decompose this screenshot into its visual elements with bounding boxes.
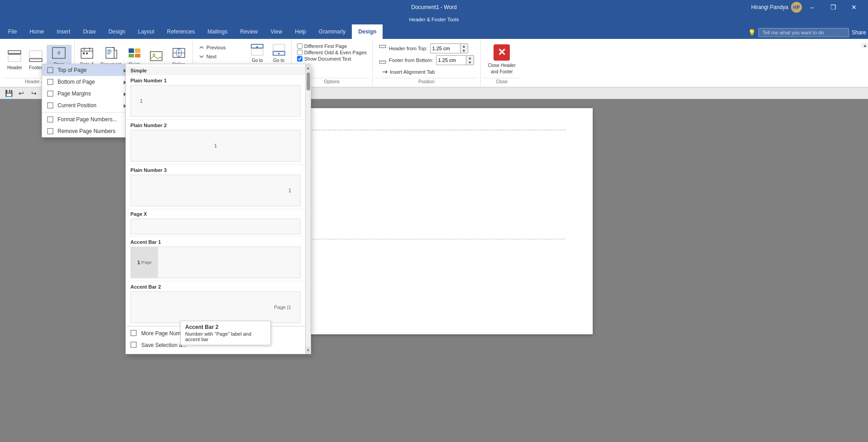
online-pictures-icon	[172, 47, 186, 61]
scroll-up-arrow[interactable]: ▲	[306, 64, 311, 71]
scroll-thumb[interactable]	[307, 72, 310, 90]
show-document-text-checkbox[interactable]	[297, 56, 302, 62]
menu-item-current-position[interactable]: Current Position ▶	[42, 100, 132, 111]
tab-view[interactable]: View	[264, 24, 289, 39]
svg-rect-11	[83, 52, 85, 54]
menu-item-page-margins[interactable]: Page Margins ▶	[42, 88, 132, 100]
tab-draw[interactable]: Draw	[77, 24, 102, 39]
tab-design-active[interactable]: Design	[352, 24, 383, 39]
header-position-icon	[379, 45, 386, 52]
submenu-scrollbar[interactable]: ▲ ▼	[305, 64, 311, 354]
search-input[interactable]	[758, 28, 849, 37]
tab-references[interactable]: References	[161, 24, 201, 39]
tab-file[interactable]: File	[2, 24, 23, 39]
svg-rect-43	[48, 128, 53, 134]
page-number-icon: #	[52, 47, 66, 61]
footer-bottom-arrows: ▲ ▼	[466, 56, 474, 65]
ribbon-group-close: ✕ Close Headerand Footer Close	[481, 40, 523, 86]
restore-button[interactable]: ❐	[823, 0, 844, 14]
plain-number-2-preview: 1	[130, 130, 301, 162]
header-top-up-arrow[interactable]: ▲	[460, 44, 468, 48]
tab-layout[interactable]: Layout	[132, 24, 161, 39]
header-footer-tools-bar: Header & Footer Tools	[0, 14, 868, 24]
previous-button[interactable]: Previous	[196, 43, 245, 52]
svg-rect-21	[150, 52, 162, 61]
plain-number-1-preview: 1	[130, 85, 301, 117]
menu-item-remove-page-numbers[interactable]: Remove Page Numbers	[42, 125, 132, 137]
svg-rect-45	[131, 342, 136, 347]
different-first-page-checkbox[interactable]	[297, 43, 302, 49]
page-content	[303, 139, 566, 230]
svg-rect-33	[379, 45, 386, 48]
quick-parts-icon	[128, 47, 141, 61]
template-plain-number-3[interactable]: Plain Number 3 1	[126, 165, 305, 209]
menu-item-top-of-page[interactable]: Top of Page ▶	[42, 64, 132, 76]
share-button[interactable]: Share	[852, 29, 866, 36]
footer-from-bottom-row: Footer from Bottom: ▲ ▼	[379, 55, 474, 65]
ribbon-collapse-arrow[interactable]: ▲	[862, 43, 868, 48]
next-button[interactable]: Next	[196, 52, 245, 61]
header-icon	[7, 50, 22, 64]
template-plain-number-2[interactable]: Plain Number 2 1	[126, 120, 305, 165]
options-checkboxes: Different First Page Different Odd & Eve…	[294, 42, 369, 63]
ribbon-group-label-close: Close	[484, 78, 520, 84]
svg-text:#: #	[58, 50, 61, 56]
footer-position-icon	[379, 57, 386, 64]
template-accent-bar-1[interactable]: Accent Bar 1 1 |Page	[126, 237, 305, 281]
avatar: HP	[791, 2, 802, 13]
document-info-icon	[104, 47, 118, 61]
header-button[interactable]: Header	[5, 48, 25, 72]
insert-alignment-tab-button[interactable]: Insert Alignment Tab	[379, 68, 474, 76]
tab-grammarly[interactable]: Grammarly	[312, 24, 352, 39]
menu-item-format-page-numbers[interactable]: Format Page Numbers...	[42, 114, 132, 125]
template-page-x[interactable]: Page X	[126, 209, 305, 237]
close-header-footer-button[interactable]: ✕ Close Headerand Footer	[484, 43, 520, 77]
footer-bottom-down-arrow[interactable]: ▼	[466, 60, 474, 65]
svg-rect-3	[29, 51, 42, 58]
current-position-icon	[47, 102, 54, 109]
save-selection-icon	[130, 342, 138, 349]
tab-help[interactable]: Help	[288, 24, 312, 39]
user-name: Hirangi Pandya	[751, 4, 788, 10]
diff-first-row: Different First Page	[297, 43, 367, 49]
save-button[interactable]: 💾	[4, 88, 14, 98]
header-top-down-arrow[interactable]: ▼	[460, 48, 468, 53]
ribbon-group-label-position: Position	[375, 78, 478, 84]
title-bar: Document1 - Word Hirangi Pandya HP – ❐ ✕	[0, 0, 868, 14]
menu-item-bottom-of-page[interactable]: Bottom of Page ▶	[42, 76, 132, 88]
footer-icon	[29, 50, 43, 64]
document-page	[276, 108, 593, 334]
close-button[interactable]: ✕	[844, 0, 864, 14]
svg-rect-12	[86, 52, 88, 54]
header-from-top-input[interactable]	[431, 45, 460, 52]
template-accent-bar-2[interactable]: Accent Bar 2 Page |1	[126, 281, 305, 326]
svg-rect-13	[106, 48, 114, 58]
scroll-down-arrow[interactable]: ▼	[306, 347, 311, 354]
svg-rect-0	[8, 51, 21, 53]
tab-home[interactable]: Home	[23, 24, 50, 39]
header-top-arrows: ▲ ▼	[460, 44, 468, 53]
redo-button[interactable]: ↪	[29, 88, 39, 98]
tab-mailings[interactable]: Mailings	[201, 24, 234, 39]
tab-insert[interactable]: Insert	[50, 24, 77, 39]
tab-design[interactable]: Design	[102, 24, 131, 39]
close-x-icon: ✕	[494, 44, 510, 61]
bottom-of-page-icon	[47, 78, 54, 86]
undo-button[interactable]: ↩	[16, 88, 26, 98]
minimize-button[interactable]: –	[802, 0, 823, 14]
svg-rect-36	[379, 61, 386, 63]
tab-review[interactable]: Review	[234, 24, 264, 39]
ribbon-search: 💡 Share	[748, 28, 866, 39]
go-to-footer-icon: ▼	[272, 43, 286, 57]
template-plain-number-1[interactable]: Plain Number 1 1	[126, 75, 305, 120]
footer-bottom-up-arrow[interactable]: ▲	[466, 56, 474, 60]
svg-rect-40	[48, 91, 53, 96]
different-odd-even-checkbox[interactable]	[297, 50, 302, 55]
lightbulb-icon: 💡	[748, 29, 756, 36]
user-info: Hirangi Pandya HP	[751, 2, 802, 13]
tooltip-description: Number with "Page" label and accent bar	[185, 331, 266, 342]
svg-rect-17	[129, 48, 134, 53]
more-page-numbers-icon	[130, 330, 138, 337]
page-x-preview	[130, 219, 301, 234]
footer-from-bottom-input[interactable]	[436, 57, 466, 64]
